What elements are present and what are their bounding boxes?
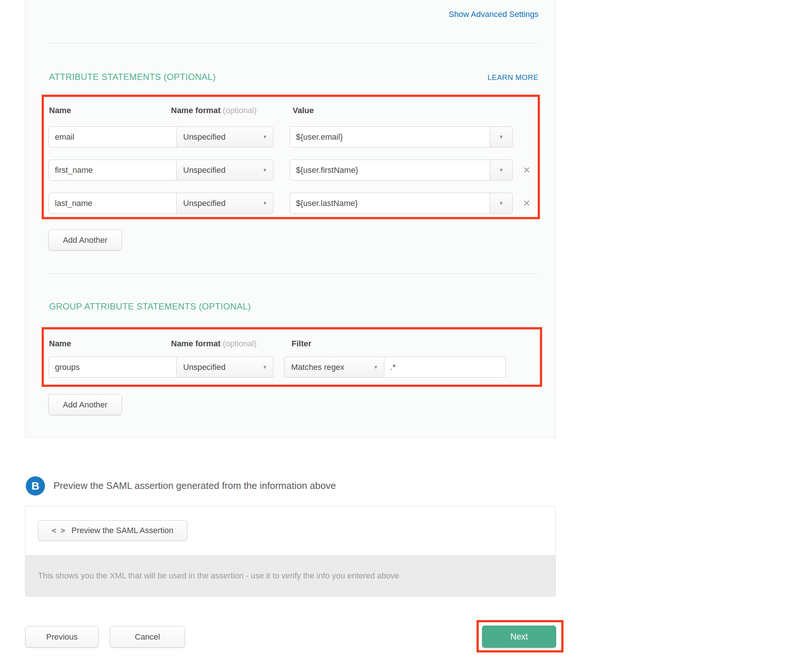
add-another-attribute-button[interactable]: Add Another: [48, 230, 122, 250]
learn-more-link[interactable]: LEARN MORE: [488, 73, 538, 82]
chevron-down-icon: ▼: [373, 364, 378, 370]
remove-row-button[interactable]: ✕: [519, 193, 534, 214]
preview-button-label: Preview the SAML Assertion: [72, 526, 174, 535]
column-header-name: Name: [49, 339, 71, 349]
value-expression-select[interactable]: ▼: [490, 159, 513, 181]
code-icon: < >: [52, 526, 66, 535]
chevron-down-icon: ▼: [499, 167, 504, 173]
chevron-down-icon: ▼: [263, 364, 267, 370]
value-expression-select[interactable]: ▼: [490, 193, 513, 214]
attribute-value-input[interactable]: [290, 127, 490, 147]
chevron-down-icon: ▼: [263, 167, 267, 173]
section-divider: [49, 273, 538, 274]
name-format-select[interactable]: Unspecified ▼: [176, 127, 274, 147]
saml-settings-page: Show Advanced Settings ATTRIBUTE STATEME…: [0, 0, 785, 672]
column-header-optional-note: (optional): [223, 106, 257, 115]
group-attribute-name-input[interactable]: [48, 356, 177, 378]
column-header-name: Name: [49, 106, 71, 115]
attribute-name-input[interactable]: [48, 193, 177, 214]
attribute-statements-heading: ATTRIBUTE STATEMENTS (OPTIONAL): [49, 72, 216, 82]
value-expression-select[interactable]: ▼: [490, 127, 513, 147]
step-b-heading: Preview the SAML assertion generated fro…: [53, 480, 336, 491]
show-advanced-settings-link[interactable]: Show Advanced Settings: [449, 9, 538, 19]
chevron-down-icon: ▼: [499, 134, 504, 140]
step-b-badge: B: [26, 477, 45, 495]
name-format-selected-value: Unspecified: [183, 363, 225, 372]
name-format-selected-value: Unspecified: [183, 166, 225, 175]
attribute-value-input[interactable]: [290, 159, 490, 181]
preview-assertion-panel: < > Preview the SAML Assertion This show…: [25, 506, 556, 597]
group-attribute-statements-heading: GROUP ATTRIBUTE STATEMENTS (OPTIONAL): [49, 302, 251, 312]
preview-helper-text: This shows you the XML that will be used…: [38, 571, 399, 581]
name-format-select[interactable]: Unspecified ▼: [176, 159, 274, 181]
cancel-button[interactable]: Cancel: [110, 626, 185, 648]
name-format-select[interactable]: Unspecified ▼: [176, 193, 274, 214]
preview-helper-strip: This shows you the XML that will be used…: [25, 555, 555, 596]
chevron-down-icon: ▼: [263, 134, 267, 140]
filter-type-select[interactable]: Matches regex ▼: [284, 356, 385, 378]
column-header-optional-note: (optional): [223, 339, 257, 348]
attribute-value-input[interactable]: [290, 193, 490, 214]
column-header-value: Value: [292, 106, 314, 115]
preview-saml-assertion-button[interactable]: < > Preview the SAML Assertion: [38, 520, 187, 541]
remove-row-button[interactable]: ✕: [519, 159, 534, 181]
chevron-down-icon: ▼: [263, 200, 267, 206]
column-header-name-format: Name format (optional): [171, 106, 256, 115]
filter-type-selected-value: Matches regex: [291, 363, 344, 372]
saml-settings-panel: Show Advanced Settings ATTRIBUTE STATEME…: [25, 0, 556, 438]
name-format-select[interactable]: Unspecified ▼: [176, 356, 274, 378]
column-header-filter: Filter: [291, 339, 311, 349]
section-divider: [49, 43, 538, 44]
column-header-name-format-label: Name format: [171, 339, 220, 348]
attribute-name-input[interactable]: [48, 127, 177, 147]
filter-value-input[interactable]: [384, 356, 506, 378]
column-header-name-format-label: Name format: [171, 106, 220, 115]
next-button[interactable]: Next: [482, 625, 556, 648]
name-format-selected-value: Unspecified: [183, 132, 225, 142]
attribute-name-input[interactable]: [48, 159, 177, 181]
previous-button[interactable]: Previous: [25, 626, 99, 648]
chevron-down-icon: ▼: [499, 200, 504, 206]
column-header-name-format: Name format (optional): [171, 339, 256, 349]
name-format-selected-value: Unspecified: [183, 198, 225, 208]
add-another-group-attribute-button[interactable]: Add Another: [48, 394, 122, 415]
